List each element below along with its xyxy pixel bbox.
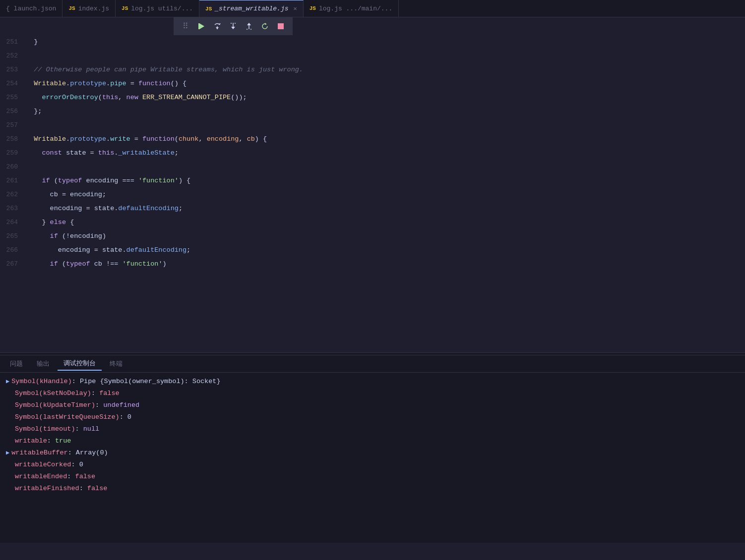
debug-sep-9: : xyxy=(67,471,75,483)
code-line-251: 251 } xyxy=(0,35,745,49)
tab-close-button[interactable]: ✕ xyxy=(294,5,297,12)
code-content-259: const state = this._writableState; xyxy=(26,146,745,160)
tab-log2[interactable]: JS log.js .../main/... xyxy=(304,0,399,17)
debug-key-1: Symbol(kHandle) xyxy=(11,376,72,388)
code-line-261: 261 if (typeof encoding === 'function') … xyxy=(0,174,745,188)
code-content-255: errorOrDestroy(this, new ERR_STREAM_CANN… xyxy=(26,91,745,105)
panel-tabs: 问题 输出 调试控制台 终端 xyxy=(0,355,745,373)
line-num-257: 257 xyxy=(0,118,26,132)
tab-terminal-label: 终端 xyxy=(110,360,123,368)
code-content-267: if (typeof cb !== 'function') xyxy=(26,257,745,271)
debug-console-content: ▶ Symbol(kHandle) : Pipe {Symbol(owner_s… xyxy=(0,373,745,543)
tab-index-label: index.js xyxy=(78,5,109,12)
expand-icon-7[interactable]: ▶ xyxy=(6,447,9,459)
debug-val-3: undefined xyxy=(103,399,139,411)
continue-button[interactable] xyxy=(194,19,208,33)
code-content-262: cb = encoding; xyxy=(26,188,745,202)
debug-val-7: Array(0) xyxy=(76,447,108,459)
svg-marker-10 xyxy=(247,23,251,25)
code-line-266: 266 encoding = state.defaultEncoding; xyxy=(0,243,745,257)
tab-log[interactable]: JS log.js utils/... xyxy=(116,0,199,17)
line-num-262: 262 xyxy=(0,188,26,202)
svg-marker-13 xyxy=(265,23,267,25)
debug-val-5: null xyxy=(83,423,99,435)
line-num-265: 265 xyxy=(0,229,26,243)
debug-sep-8: : xyxy=(71,459,79,471)
restart-button[interactable] xyxy=(258,19,272,33)
line-num-255: 255 xyxy=(0,91,26,105)
debug-key-4: Symbol(lastWriteQueueSize) xyxy=(15,411,120,423)
line-num-253: 253 xyxy=(0,63,26,77)
debug-key-9: writableEnded xyxy=(15,471,67,483)
debug-line-5: Symbol(timeout) : null xyxy=(6,423,739,435)
bottom-panel: 问题 输出 调试控制台 终端 ▶ Symbol(kHandle) : Pipe … xyxy=(0,355,745,543)
step-out-button[interactable] xyxy=(242,19,256,33)
debug-line-9: writableEnded : false xyxy=(6,471,739,483)
debug-val-8: 0 xyxy=(79,459,83,471)
tab-problems[interactable]: 问题 xyxy=(4,357,29,370)
line-num-259: 259 xyxy=(0,146,26,160)
code-line-258: 258 Writable.prototype.write = function(… xyxy=(0,132,745,146)
tab-stream-writable-label: _stream_writable.js xyxy=(215,5,288,12)
debug-sep-3: : xyxy=(95,399,103,411)
svg-marker-6 xyxy=(231,27,235,29)
debug-val-4: 0 xyxy=(127,411,131,423)
code-line-264: 264 } else { xyxy=(0,216,745,229)
code-content-266: encoding = state.defaultEncoding; xyxy=(26,243,745,257)
line-num-254: 254 xyxy=(0,77,26,91)
stop-button[interactable] xyxy=(274,19,288,33)
code-content-263: encoding = state.defaultEncoding; xyxy=(26,202,745,216)
line-num-261: 261 xyxy=(0,174,26,188)
line-num-267: 267 xyxy=(0,257,26,271)
tab-debug-console-label: 调试控制台 xyxy=(63,360,96,367)
code-line-253: 253 // Otherwise people can pipe Writabl… xyxy=(0,63,745,77)
tab-debug-console[interactable]: 调试控制台 xyxy=(58,357,102,371)
tab-log-label: log.js utils/... xyxy=(131,5,193,12)
tab-bar: { launch.json JS index.js JS log.js util… xyxy=(0,0,745,17)
tab-index[interactable]: JS index.js xyxy=(62,0,116,17)
line-num-256: 256 xyxy=(0,105,26,118)
line-num-260: 260 xyxy=(0,160,26,174)
tab-problems-label: 问题 xyxy=(10,360,23,368)
tab-terminal[interactable]: 终端 xyxy=(104,357,128,370)
expand-icon-1[interactable]: ▶ xyxy=(6,376,9,388)
debug-key-2: Symbol(kSetNoDelay) xyxy=(15,388,91,399)
line-num-258: 258 xyxy=(0,132,26,146)
tab-output[interactable]: 输出 xyxy=(31,357,56,370)
debug-line-8: writableCorked : 0 xyxy=(6,459,739,471)
debug-sep-1: : xyxy=(72,376,80,388)
debug-toolbar: ⠿ xyxy=(174,17,293,35)
tab-launch[interactable]: { launch.json xyxy=(0,0,62,17)
code-content-251: } xyxy=(26,35,745,49)
code-content-256: }; xyxy=(26,105,745,118)
code-content-265: if (!encoding) xyxy=(26,229,745,243)
code-editor: 251 } 252 253 // Otherwise people can pi… xyxy=(0,35,745,352)
debug-val-9: false xyxy=(75,471,96,483)
debug-key-3: Symbol(kUpdateTimer) xyxy=(15,399,95,411)
step-into-button[interactable] xyxy=(226,19,240,33)
debug-toolbar-row: ⠿ xyxy=(0,17,745,35)
debug-line-4: Symbol(lastWriteQueueSize) : 0 xyxy=(6,411,739,423)
line-num-251: 251 xyxy=(0,35,26,49)
tab-log2-label: log.js .../main/... xyxy=(319,5,392,12)
debug-key-8: writableCorked xyxy=(15,459,71,471)
drag-handle[interactable]: ⠿ xyxy=(179,19,192,33)
code-line-260: 260 xyxy=(0,160,745,174)
js-icon: JS xyxy=(68,5,75,11)
code-line-257: 257 xyxy=(0,118,745,132)
debug-sep-10: : xyxy=(79,483,87,495)
debug-key-10: writableFinished xyxy=(15,483,79,495)
code-content-254: Writable.prototype.pipe = function() { xyxy=(26,77,745,91)
tab-stream-writable[interactable]: JS _stream_writable.js ✕ xyxy=(199,0,304,17)
debug-val-6: true xyxy=(55,435,71,447)
code-content-264: } else { xyxy=(26,216,745,229)
code-line-256: 256 }; xyxy=(0,105,745,118)
js-icon-2: JS xyxy=(122,5,128,11)
step-over-button[interactable] xyxy=(210,19,224,33)
debug-val-2: false xyxy=(99,388,120,399)
line-num-263: 263 xyxy=(0,202,26,216)
code-line-267: 267 if (typeof cb !== 'function') xyxy=(0,257,745,271)
debug-sep-6: : xyxy=(47,435,55,447)
debug-sep-2: : xyxy=(91,388,99,399)
js-icon-4: JS xyxy=(310,5,316,11)
